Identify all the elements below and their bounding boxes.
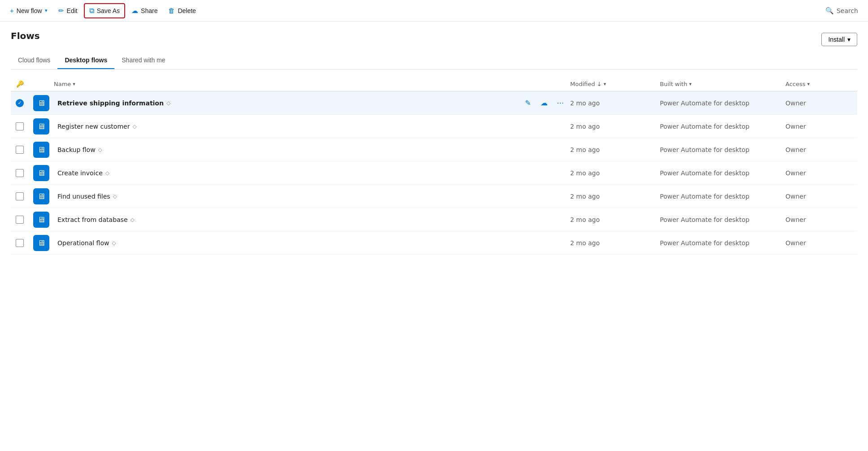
tab-cloud-flows[interactable]: Cloud flows [11, 52, 57, 69]
unchecked-box [16, 169, 24, 177]
edit-button[interactable]: ✏ Edit [54, 4, 82, 17]
new-flow-chevron-icon: ▾ [45, 8, 48, 13]
table-row[interactable]: ✓ 🖥 Retrieve shipping information ◇ ✎ ☁ … [11, 91, 857, 115]
new-flow-button[interactable]: + New flow ▾ [5, 4, 52, 17]
access-value: Owner [785, 239, 857, 247]
table-row[interactable]: 🖥 Create invoice ◇ ✎ ☁ ⋯ 2 mo ago Power … [11, 161, 857, 185]
row-checkbox[interactable] [11, 239, 29, 247]
built-with-value: Power Automate for desktop [660, 239, 785, 247]
unchecked-box [16, 122, 24, 130]
flow-icon: 🖥 [33, 95, 49, 111]
row-checkbox[interactable] [11, 122, 29, 130]
row-name-cell: Create invoice ◇ ✎ ☁ ⋯ [54, 167, 570, 179]
flow-icon-cell: 🖥 [29, 95, 54, 111]
access-chevron-icon: ▾ [807, 81, 810, 87]
flow-name: Backup flow [57, 146, 96, 153]
built-with-chevron-icon: ▾ [689, 81, 692, 87]
premium-icon: ◇ [98, 147, 102, 153]
share-icon: ☁ [131, 7, 138, 15]
delete-icon: 🗑 [168, 7, 175, 14]
modified-value: 2 mo ago [570, 169, 660, 177]
built-with-value: Power Automate for desktop [660, 146, 785, 153]
flow-icon-cell: 🖥 [29, 235, 54, 251]
table-row[interactable]: 🖥 Operational flow ◇ ✎ ☁ ⋯ 2 mo ago Powe… [11, 231, 857, 255]
access-value: Owner [785, 169, 857, 177]
search-icon: 🔍 [825, 7, 834, 15]
flow-name: Register new customer [57, 123, 130, 130]
row-checkbox[interactable] [11, 169, 29, 177]
checked-circle: ✓ [16, 99, 24, 107]
col-header-modified[interactable]: Modified ↓ ▾ [570, 81, 660, 87]
share-button[interactable]: ☁ Share [127, 4, 162, 17]
tabs-bar: Cloud flows Desktop flows Shared with me [11, 52, 857, 69]
flow-name: Find unused files [57, 193, 110, 200]
row-edit-icon[interactable]: ✎ [522, 97, 534, 109]
flow-icon: 🖥 [33, 235, 49, 251]
row-checkbox[interactable] [11, 216, 29, 224]
search-label: Search [837, 7, 858, 14]
premium-icon: ◇ [105, 170, 109, 176]
key-icon: 🔑 [16, 80, 24, 87]
col-header-built-with[interactable]: Built with ▾ [660, 81, 785, 87]
table-row[interactable]: 🖥 Backup flow ◇ ✎ ☁ ⋯ 2 mo ago Power Aut… [11, 138, 857, 161]
table-row[interactable]: 🖥 Find unused files ◇ ✎ ☁ ⋯ 2 mo ago Pow… [11, 185, 857, 208]
delete-button[interactable]: 🗑 Delete [164, 4, 200, 17]
flow-icon-cell: 🖥 [29, 212, 54, 228]
checkmark-icon: ✓ [17, 100, 22, 106]
row-checkbox[interactable] [11, 146, 29, 154]
plus-icon: + [10, 7, 14, 14]
modified-value: 2 mo ago [570, 239, 660, 247]
row-name-cell: Register new customer ◇ ✎ ☁ ⋯ [54, 120, 570, 133]
unchecked-box [16, 192, 24, 200]
row-share-icon[interactable]: ☁ [538, 97, 550, 109]
edit-label: Edit [67, 7, 78, 14]
premium-icon: ◇ [166, 100, 170, 106]
built-with-value: Power Automate for desktop [660, 100, 785, 107]
search-area[interactable]: 🔍 Search [821, 4, 863, 17]
premium-icon: ◇ [131, 217, 135, 223]
built-with-value: Power Automate for desktop [660, 169, 785, 177]
col-header-name[interactable]: Name ▾ [54, 81, 570, 87]
flow-name: Operational flow [57, 239, 109, 247]
flow-name: Extract from database [57, 216, 128, 223]
table-row[interactable]: 🖥 Register new customer ◇ ✎ ☁ ⋯ 2 mo ago… [11, 115, 857, 138]
delete-label: Delete [178, 7, 196, 14]
col-header-access[interactable]: Access ▾ [785, 81, 857, 87]
row-more-icon[interactable]: ⋯ [554, 97, 567, 109]
tab-shared-with-me[interactable]: Shared with me [114, 52, 172, 69]
page-title: Flows [11, 30, 40, 41]
row-name-cell: Find unused files ◇ ✎ ☁ ⋯ [54, 190, 570, 203]
row-checkbox[interactable] [11, 192, 29, 200]
flow-icon: 🖥 [33, 142, 49, 158]
install-label: Install [828, 36, 845, 43]
share-label: Share [141, 7, 157, 14]
install-button[interactable]: Install ▾ [821, 33, 857, 46]
row-name-cell: Backup flow ◇ ✎ ☁ ⋯ [54, 143, 570, 156]
row-name-cell: Operational flow ◇ ✎ ☁ ⋯ [54, 237, 570, 249]
desktop-flow-icon: 🖥 [37, 121, 45, 131]
desktop-flow-icon: 🖥 [37, 215, 45, 224]
row-name-cell: Extract from database ◇ ✎ ☁ ⋯ [54, 213, 570, 226]
access-value: Owner [785, 123, 857, 130]
table-row[interactable]: 🖥 Extract from database ◇ ✎ ☁ ⋯ 2 mo ago… [11, 208, 857, 231]
modified-value: 2 mo ago [570, 216, 660, 223]
new-flow-label: New flow [17, 7, 42, 14]
save-as-button[interactable]: ⧉ Save As [84, 3, 125, 18]
tab-desktop-flows[interactable]: Desktop flows [57, 52, 114, 69]
flows-table: 🔑 Name ▾ Modified ↓ ▾ Built with ▾ Acces… [11, 77, 857, 255]
name-sort-icon: ▾ [73, 81, 75, 87]
modified-value: 2 mo ago [570, 100, 660, 107]
toolbar: + New flow ▾ ✏ Edit ⧉ Save As ☁ Share 🗑 … [0, 0, 868, 22]
save-as-label: Save As [97, 7, 120, 14]
desktop-flow-icon: 🖥 [37, 191, 45, 201]
flow-icon: 🖥 [33, 188, 49, 204]
flow-icon: 🖥 [33, 118, 49, 134]
row-checkbox[interactable]: ✓ [11, 99, 29, 107]
col-header-key: 🔑 [11, 80, 29, 87]
desktop-flow-icon: 🖥 [37, 238, 45, 247]
flow-icon: 🖥 [33, 212, 49, 228]
access-value: Owner [785, 216, 857, 223]
flow-icon-cell: 🖥 [29, 142, 54, 158]
modified-value: 2 mo ago [570, 193, 660, 200]
row-actions: ✎ ☁ ⋯ [522, 97, 567, 109]
